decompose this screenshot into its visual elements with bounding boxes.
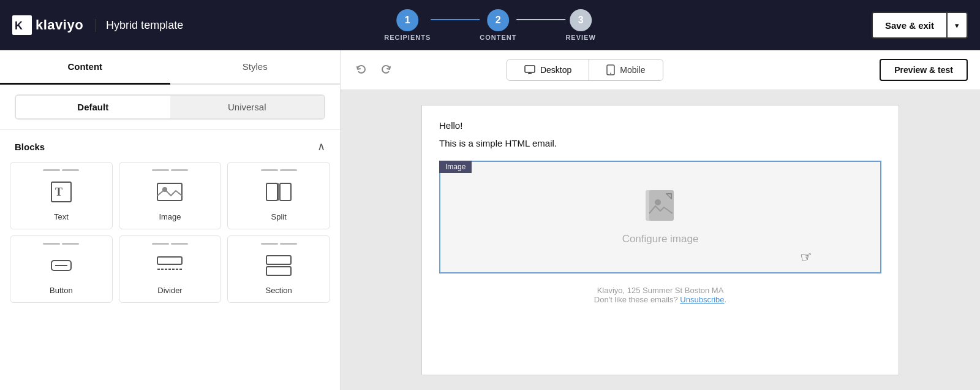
step-connector-2 [516,19,565,20]
block-button-icon-area [15,242,107,281]
image-placeholder-icon [644,189,676,224]
configure-image-text: Configure image [622,233,699,245]
undo-button[interactable] [353,61,370,78]
save-exit-button[interactable]: Save & exit [872,12,946,39]
blocks-title: Blocks [15,142,45,152]
block-image-dots [152,169,188,171]
klaviyo-logo-icon: K [12,15,32,35]
step-2-circle: 2 [487,9,509,31]
step-3-label: REVIEW [565,34,595,41]
save-exit-dropdown-button[interactable]: ▾ [946,12,968,39]
undo-icon [355,64,368,76]
template-name: Hybrid template [96,19,183,32]
step-1-label: RECIPIENTS [384,34,431,41]
step-2: 2 CONTENT [480,9,516,41]
preview-test-button[interactable]: Preview & test [880,59,968,81]
block-item-section[interactable]: Section [227,235,330,303]
chevron-up-icon: ∧ [317,140,325,153]
svg-point-19 [610,73,611,74]
block-section-icon-area [233,242,325,281]
mobile-icon [606,64,615,75]
blocks-section: Blocks ∧ T [0,130,340,390]
step-1-circle: 1 [396,9,418,31]
logo-text: klaviyo [36,17,83,33]
divider-block-icon [155,251,184,280]
step-3: 3 REVIEW [565,9,595,41]
svg-rect-21 [649,190,674,221]
block-divider-label: Divider [157,286,182,295]
block-item-text[interactable]: T Text [10,162,113,229]
email-footer: Klaviyo, 125 Summer St Boston MA Don't l… [439,286,881,310]
redo-button[interactable] [377,61,394,78]
svg-point-22 [655,199,661,205]
block-button-dots [43,243,79,245]
image-block[interactable]: Image Configure image ☞ [439,161,881,273]
block-item-image[interactable]: Image [119,162,222,229]
logo-area: K klaviyo Hybrid template [12,15,183,35]
email-body-text: This is a simple HTML email. [439,138,881,148]
top-right-actions: Save & exit ▾ [872,12,968,39]
block-section-dots [261,243,297,245]
redo-icon [380,64,392,76]
sidebar: Content Styles Default Universal Blocks … [0,50,341,390]
toolbar: Desktop Mobile Preview & test [341,50,980,90]
svg-rect-6 [266,183,277,201]
block-split-label: Split [271,212,287,221]
sidebar-tabs: Content Styles [0,50,340,85]
step-3-circle: 3 [570,9,592,31]
top-nav: K klaviyo Hybrid template 1 RECIPIENTS 2… [0,0,980,50]
block-text-icon-area: T [15,169,107,207]
svg-rect-13 [266,256,291,264]
image-placeholder: Configure image [440,162,880,272]
block-button-label: Button [50,286,73,295]
block-section-label: Section [265,286,292,295]
svg-rect-15 [525,66,535,72]
block-text-dots [43,169,79,171]
block-item-split[interactable]: Split [227,162,330,229]
svg-rect-11 [157,257,182,264]
footer-prefix: Don't like these emails? [594,295,678,304]
desktop-icon [524,64,535,75]
footer-line1: Klaviyo, 125 Summer St Boston MA [439,286,881,295]
content-area: Desktop Mobile Preview & test Hello! Thi… [341,50,980,390]
logo: K klaviyo [12,15,83,35]
toggle-row: Default Universal [0,85,340,130]
email-hello-text: Hello! [439,120,881,131]
blocks-header: Blocks ∧ [10,140,330,153]
step-2-label: CONTENT [480,34,516,41]
mobile-view-button[interactable]: Mobile [589,59,662,80]
block-text-label: Text [54,212,69,221]
blocks-collapse-button[interactable]: ∧ [317,140,325,153]
block-image-icon-area [124,169,216,207]
tab-content[interactable]: Content [0,50,170,85]
text-block-icon: T [47,177,76,207]
unsubscribe-link[interactable]: Unsubscribe [680,295,724,304]
tab-styles[interactable]: Styles [170,50,341,85]
toggle-universal-btn[interactable]: Universal [170,96,325,118]
desktop-view-label: Desktop [540,65,571,75]
view-toggle: Desktop Mobile [507,59,663,81]
svg-text:T: T [55,186,62,198]
block-divider-dots [152,243,188,245]
view-toggle-group: Default Universal [15,94,325,120]
svg-rect-14 [266,267,291,275]
block-item-button[interactable]: Button [10,235,113,303]
footer-period: . [725,295,727,304]
svg-rect-7 [280,183,291,201]
step-connector-1 [431,19,480,20]
svg-text:K: K [15,20,23,32]
email-content: Hello! This is a simple HTML email. Imag… [421,105,899,375]
desktop-view-button[interactable]: Desktop [507,59,589,80]
blocks-grid: T Text [10,162,330,303]
block-split-icon-area [233,169,325,207]
section-block-icon [264,251,293,280]
toggle-default-btn[interactable]: Default [16,96,170,118]
block-item-divider[interactable]: Divider [119,235,222,303]
step-1: 1 RECIPIENTS [384,9,431,41]
block-image-label: Image [159,212,181,221]
footer-line2: Don't like these emails? Unsubscribe. [439,295,881,304]
split-block-icon [264,177,293,207]
stepper: 1 RECIPIENTS 2 CONTENT 3 REVIEW [384,9,596,41]
email-canvas: Hello! This is a simple HTML email. Imag… [341,90,980,390]
button-block-icon [47,251,76,280]
